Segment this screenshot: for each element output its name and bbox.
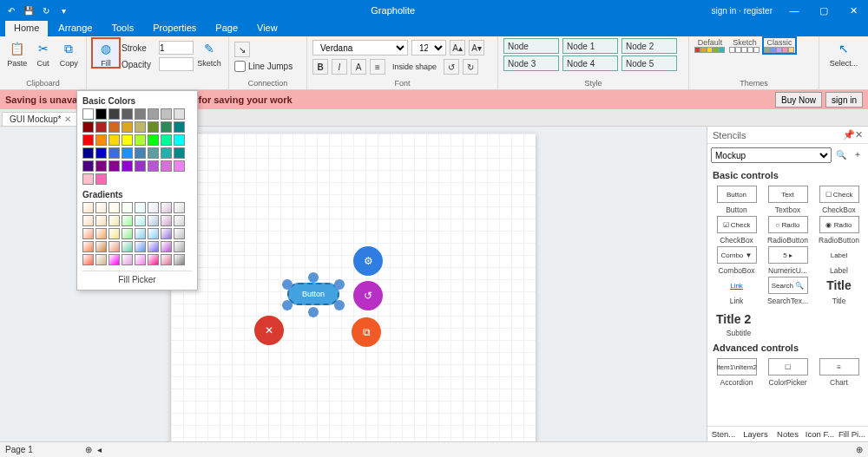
gradient-swatch[interactable] bbox=[135, 241, 146, 252]
gradient-swatch[interactable] bbox=[108, 241, 120, 252]
gradient-swatch[interactable] bbox=[122, 228, 133, 239]
gradient-swatch[interactable] bbox=[135, 215, 146, 226]
style-node[interactable]: Node bbox=[503, 38, 559, 54]
font-color-button[interactable]: A bbox=[351, 59, 366, 75]
gradient-swatch[interactable] bbox=[161, 254, 172, 265]
color-swatch[interactable] bbox=[95, 108, 107, 120]
gradient-swatch[interactable] bbox=[108, 228, 120, 239]
stencil-item[interactable]: ButtonButton bbox=[713, 186, 760, 214]
opacity-input[interactable] bbox=[159, 57, 194, 71]
style-node[interactable]: Node 1 bbox=[562, 38, 618, 54]
shape-copy-circle[interactable]: ⧉ bbox=[352, 317, 381, 347]
color-swatch[interactable] bbox=[135, 147, 146, 159]
selection-handle[interactable] bbox=[334, 300, 345, 310]
shape-delete-circle[interactable]: ✕ bbox=[254, 316, 284, 345]
theme-classic[interactable]: Classic bbox=[764, 38, 795, 53]
stencil-item[interactable]: ≡Chart bbox=[815, 358, 863, 387]
stencil-item[interactable]: LabelLabel bbox=[815, 246, 863, 275]
gradient-swatch[interactable] bbox=[122, 241, 133, 252]
connector-type-button[interactable]: ↘ bbox=[234, 42, 250, 57]
gradient-swatch[interactable] bbox=[82, 202, 94, 213]
gradient-swatch[interactable] bbox=[148, 254, 159, 265]
gradient-swatch[interactable] bbox=[174, 202, 185, 213]
gradient-swatch[interactable] bbox=[174, 254, 185, 265]
selection-handle[interactable] bbox=[308, 307, 319, 317]
add-page-button[interactable]: ⊕ bbox=[85, 445, 92, 454]
font-grow-button[interactable]: A▴ bbox=[450, 40, 465, 55]
italic-button[interactable]: I bbox=[332, 59, 347, 75]
color-swatch[interactable] bbox=[108, 108, 120, 120]
sign-in-button[interactable]: sign in bbox=[825, 92, 863, 108]
color-swatch[interactable] bbox=[82, 147, 94, 159]
font-size-select[interactable]: 12 bbox=[411, 40, 446, 55]
linejumps-checkbox[interactable]: Line Jumps bbox=[234, 61, 293, 72]
color-swatch[interactable] bbox=[108, 147, 120, 159]
stencil-item[interactable]: ☑ CheckCheckBox bbox=[713, 216, 760, 245]
color-swatch[interactable] bbox=[82, 108, 94, 120]
selection-handle[interactable] bbox=[308, 272, 319, 283]
gradient-swatch[interactable] bbox=[148, 228, 159, 239]
color-swatch[interactable] bbox=[95, 173, 107, 185]
gradient-swatch[interactable] bbox=[82, 215, 94, 226]
gradient-swatch[interactable] bbox=[174, 215, 185, 226]
stencil-category-select[interactable]: Mockup bbox=[711, 147, 832, 163]
color-swatch[interactable] bbox=[161, 121, 172, 133]
gradient-swatch[interactable] bbox=[174, 241, 185, 252]
gradient-swatch[interactable] bbox=[135, 228, 146, 239]
gradient-swatch[interactable] bbox=[148, 215, 159, 226]
fill-picker-footer[interactable]: Fill Picker bbox=[82, 271, 192, 284]
rotate-right-button[interactable]: ↻ bbox=[463, 59, 478, 75]
color-swatch[interactable] bbox=[95, 121, 107, 133]
color-swatch[interactable] bbox=[174, 108, 185, 120]
save-icon[interactable]: 💾 bbox=[23, 4, 35, 16]
color-swatch[interactable] bbox=[95, 160, 107, 172]
stencil-item[interactable]: TitleTitle bbox=[815, 277, 863, 305]
stencil-item[interactable]: ☐ CheckCheckBox bbox=[815, 186, 863, 214]
copy-button[interactable]: ⧉Copy bbox=[56, 38, 81, 68]
undo-icon[interactable]: ↶ bbox=[5, 4, 17, 16]
stencil-item[interactable]: ◉ RadioRadioButton bbox=[815, 216, 863, 245]
color-swatch[interactable] bbox=[161, 147, 172, 159]
selection-handle[interactable] bbox=[282, 300, 293, 310]
add-icon[interactable]: ＋ bbox=[851, 147, 865, 161]
color-swatch[interactable] bbox=[95, 147, 107, 159]
color-swatch[interactable] bbox=[148, 147, 159, 159]
minimize-button[interactable]: — bbox=[779, 0, 809, 21]
color-swatch[interactable] bbox=[82, 121, 94, 133]
color-swatch[interactable] bbox=[135, 160, 146, 172]
gradient-swatch[interactable] bbox=[122, 202, 133, 213]
auth-links[interactable]: sign in · register bbox=[711, 6, 779, 16]
redo-icon[interactable]: ↻ bbox=[40, 4, 52, 16]
stencil-item[interactable]: Combo ▼ComboBox bbox=[713, 246, 760, 275]
color-swatch[interactable] bbox=[135, 108, 146, 120]
document-tab[interactable]: GUI Mockup*✕ bbox=[2, 112, 79, 126]
color-swatch[interactable] bbox=[174, 160, 185, 172]
search-icon[interactable]: 🔍 bbox=[834, 147, 848, 161]
theme-default[interactable]: Default bbox=[694, 38, 726, 53]
color-swatch[interactable] bbox=[161, 134, 172, 146]
color-swatch[interactable] bbox=[148, 160, 159, 172]
color-swatch[interactable] bbox=[122, 134, 133, 146]
page-label[interactable]: Page 1 bbox=[5, 445, 33, 454]
selection-handle[interactable] bbox=[282, 279, 293, 290]
color-swatch[interactable] bbox=[161, 108, 172, 120]
color-swatch[interactable] bbox=[122, 147, 133, 159]
tab-arrange[interactable]: Arrange bbox=[49, 21, 101, 36]
color-swatch[interactable] bbox=[122, 108, 133, 120]
color-swatch[interactable] bbox=[161, 160, 172, 172]
gradient-swatch[interactable] bbox=[95, 254, 107, 265]
stroke-input[interactable] bbox=[159, 41, 194, 55]
stencil-item[interactable]: 5 ▸NumericU... bbox=[764, 246, 812, 275]
gradient-swatch[interactable] bbox=[122, 215, 133, 226]
color-swatch[interactable] bbox=[174, 121, 185, 133]
panel-tab-stencils[interactable]: Sten... bbox=[707, 427, 740, 441]
stencil-item[interactable]: ○ RadioRadioButton bbox=[764, 216, 812, 245]
tab-tools[interactable]: Tools bbox=[102, 21, 142, 36]
gradient-swatch[interactable] bbox=[161, 241, 172, 252]
style-node[interactable]: Node 4 bbox=[562, 55, 618, 71]
shape-gear-circle[interactable]: ⚙ bbox=[353, 246, 383, 276]
gradient-swatch[interactable] bbox=[161, 202, 172, 213]
stencil-title2-preview[interactable]: Title 2 bbox=[716, 312, 751, 326]
gradient-swatch[interactable] bbox=[148, 202, 159, 213]
style-node[interactable]: Node 3 bbox=[503, 55, 559, 71]
